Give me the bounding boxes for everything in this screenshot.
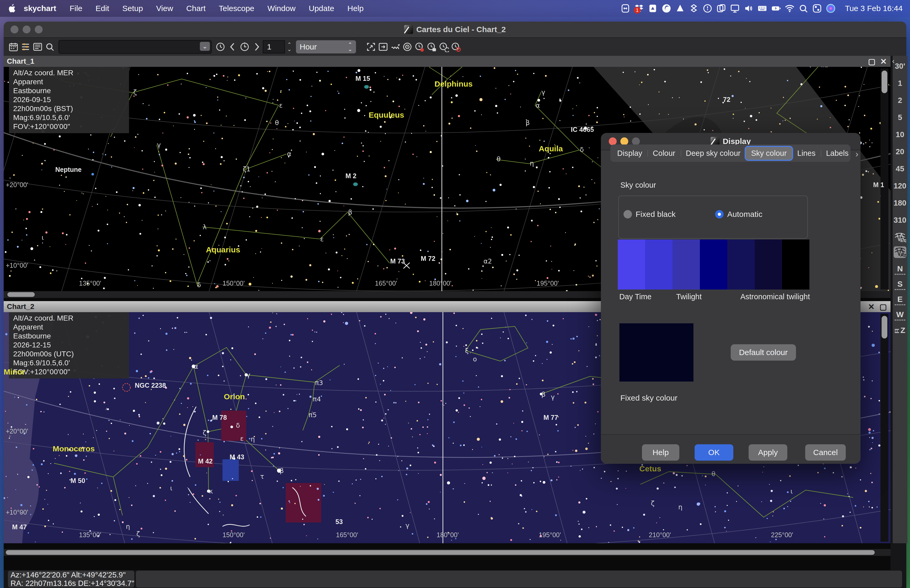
menu-item-file[interactable]: File [63, 4, 89, 13]
ok-button[interactable]: OK [695, 444, 733, 460]
chevron-down-icon[interactable]: ⌄ [200, 42, 210, 51]
airdrop-icon[interactable] [673, 3, 687, 14]
dialog-close-button[interactable] [609, 137, 617, 145]
fov-button-120[interactable]: 120 [892, 182, 907, 190]
config-lists-icon[interactable] [19, 41, 32, 53]
control-center-icon[interactable] [810, 3, 824, 14]
default-colour-button[interactable]: Default colour [731, 344, 796, 360]
time-back-icon[interactable] [226, 41, 239, 53]
menu-clock[interactable]: Tue 3 Feb 16:44 [841, 4, 903, 13]
help-button[interactable]: Help [642, 444, 679, 460]
fov-button-5[interactable]: 5 [892, 113, 907, 122]
apple-menu-icon[interactable] [9, 4, 16, 13]
object-list-icon[interactable] [32, 41, 44, 53]
direction-button-w[interactable]: W [892, 310, 907, 321]
menu-item-window[interactable]: Window [261, 4, 302, 13]
radio-dot[interactable] [715, 210, 724, 218]
fov-button-10[interactable]: 10 [892, 130, 907, 139]
zenith-button[interactable]: Z [892, 326, 907, 335]
stacks-icon[interactable] [687, 3, 701, 14]
wifi-icon[interactable] [783, 3, 797, 14]
close-button[interactable] [11, 26, 18, 34]
chart1-titlebar[interactable]: Chart_1 ▢ ✕ [4, 56, 891, 67]
chart2-vscrollbar[interactable] [881, 314, 888, 542]
menu-item-telescope[interactable]: Telescope [212, 4, 261, 13]
tab-labels[interactable]: Labels [821, 147, 853, 160]
radio-automatic[interactable]: Automatic [715, 210, 762, 219]
battery-icon[interactable] [769, 3, 783, 14]
chart2-close-icon[interactable]: ✕ [868, 302, 875, 311]
chart1-vscrollbar[interactable] [881, 68, 888, 289]
pan-select-icon[interactable] [377, 41, 389, 53]
tabs-overflow-icon[interactable]: › [855, 149, 858, 159]
menu-item-chart[interactable]: Chart [179, 4, 212, 13]
time-forward-icon[interactable] [251, 41, 263, 53]
chart1-close-icon[interactable]: ✕ [880, 57, 887, 66]
volume-icon[interactable] [742, 3, 755, 14]
fixed-sky-colour-swatch[interactable] [619, 323, 693, 382]
chart2-maximize-icon[interactable]: ▢ [879, 302, 887, 311]
track-record-icon[interactable] [414, 41, 425, 53]
remote-icon[interactable] [619, 3, 632, 14]
keyboard-icon[interactable] [755, 3, 769, 14]
fov-button-2[interactable]: 2 [892, 96, 907, 105]
apply-button[interactable]: Apply [748, 444, 787, 460]
swirl-icon[interactable] [659, 3, 673, 14]
cancel-button[interactable]: Cancel [805, 444, 846, 460]
assistant-icon[interactable] [824, 3, 837, 14]
equatorial-grid-button[interactable]: Eq [894, 232, 906, 243]
menu-item-update[interactable]: Update [302, 4, 341, 13]
time-step-value[interactable]: 1 [263, 40, 285, 53]
tab-lines[interactable]: Lines [792, 147, 821, 160]
fov-button-180[interactable]: 180 [892, 199, 907, 207]
radio-fixed-black[interactable]: Fixed black [624, 210, 715, 219]
time-unit-select[interactable]: Hour⌃⌄ [296, 40, 356, 53]
mirroring-icon[interactable] [714, 3, 728, 14]
track-sync-icon[interactable] [438, 41, 450, 53]
chart2-hscrollbar[interactable] [4, 549, 891, 556]
chart1-maximize-icon[interactable]: ▢ [868, 57, 876, 66]
menu-item-setup[interactable]: Setup [116, 4, 149, 13]
fov-button-1[interactable]: 1 [892, 79, 907, 88]
fov-button-20[interactable]: 20 [892, 147, 907, 156]
tab-sky-colour[interactable]: Sky colour [746, 147, 792, 160]
constellation-label: Equuleus [369, 111, 404, 120]
menu-item-edit[interactable]: Edit [89, 4, 116, 13]
time-dialog-icon[interactable] [239, 41, 251, 53]
menu-item-help[interactable]: Help [341, 4, 370, 13]
window-titlebar[interactable]: Cartes du Ciel - Chart_2 [4, 22, 906, 38]
fov-button-45[interactable]: 45 [892, 165, 907, 173]
gradient-label-astro: Astronomical twilight [740, 292, 810, 301]
radio-dot[interactable] [624, 210, 632, 218]
track-stop-icon[interactable] [450, 41, 462, 53]
time-step-stepper[interactable]: ⌃⌄ [285, 40, 294, 53]
direction-button-e[interactable]: E [892, 295, 907, 305]
minimize-button[interactable] [23, 26, 31, 34]
search-icon[interactable] [44, 41, 56, 53]
fov-button-310[interactable]: 310 [892, 216, 907, 225]
menu-item-view[interactable]: View [150, 4, 179, 13]
zoom-fit-icon[interactable] [365, 41, 377, 53]
fov-button-30m[interactable]: 30' [892, 62, 907, 71]
center-target-icon[interactable] [401, 41, 414, 53]
direction-button-n[interactable]: N [892, 264, 907, 275]
direction-button-s[interactable]: S [892, 279, 907, 290]
dropbox-icon[interactable]: 1 [632, 3, 646, 14]
zoom-button[interactable] [35, 26, 43, 34]
search-combobox[interactable]: ⌄ [58, 40, 212, 54]
time-machine-icon[interactable] [701, 3, 714, 14]
tab-display[interactable]: Display [612, 147, 648, 160]
app-menu[interactable]: skychart [16, 4, 63, 13]
track-lock-icon[interactable] [425, 41, 438, 53]
spotlight-icon[interactable] [797, 3, 810, 14]
backup-icon[interactable] [646, 3, 659, 14]
flip-icon[interactable] [389, 41, 401, 53]
altaz-grid-button[interactable]: Az [894, 246, 906, 258]
date-icon[interactable] [7, 41, 19, 53]
desktop: skychart FileEditSetupViewChartTelescope… [0, 0, 910, 588]
dialog-minimize-button[interactable] [621, 137, 628, 145]
display-icon[interactable] [728, 3, 742, 14]
tab-deep-sky-colour[interactable]: Deep sky colour [680, 147, 746, 160]
time-now-icon[interactable] [214, 41, 226, 53]
tab-colour[interactable]: Colour [648, 147, 680, 160]
